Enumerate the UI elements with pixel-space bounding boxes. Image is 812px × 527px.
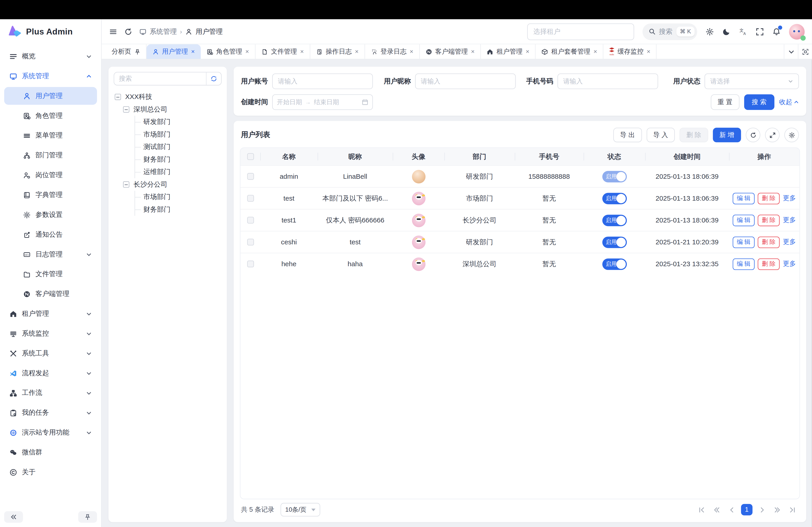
- tree-node-leaf[interactable]: 财务部门: [135, 153, 221, 166]
- expand-table-button[interactable]: [765, 127, 780, 142]
- prev-page-button[interactable]: [726, 504, 737, 515]
- tab-cache-monitor[interactable]: redis 缓存监控 ×: [603, 44, 656, 59]
- tab-operation-log[interactable]: 操作日志 ×: [310, 44, 365, 59]
- sidebar-item-process-start[interactable]: 流程发起: [4, 364, 97, 382]
- collapse-node-icon[interactable]: [123, 181, 129, 188]
- add-button[interactable]: 新 增: [712, 127, 741, 142]
- sidebar-item-param-settings[interactable]: 参数设置: [4, 206, 97, 224]
- delete-row-button[interactable]: 删 除: [758, 214, 780, 226]
- close-tab-icon[interactable]: ×: [410, 48, 413, 55]
- sidebar-item-tenant-mgmt[interactable]: 租户管理: [4, 305, 97, 323]
- sidebar-item-post-mgmt[interactable]: 岗位管理: [4, 166, 97, 184]
- status-toggle[interactable]: 启用: [602, 193, 627, 204]
- sidebar-item-workflow[interactable]: 工作流: [4, 384, 97, 402]
- sidebar-item-log-mgmt[interactable]: DEV 日志管理: [4, 245, 97, 263]
- translate-icon[interactable]: 文A: [739, 27, 747, 35]
- row-checkbox[interactable]: [247, 260, 254, 267]
- account-input[interactable]: 请输入: [272, 74, 373, 89]
- pin-icon[interactable]: [134, 49, 140, 54]
- tree-node-root[interactable]: XXX科技: [115, 91, 221, 103]
- more-link[interactable]: 更多: [783, 194, 796, 202]
- content-fullscreen-button[interactable]: [798, 44, 812, 59]
- close-tab-icon[interactable]: ×: [593, 48, 597, 55]
- sidebar-item-file-mgmt[interactable]: 文件管理: [4, 265, 97, 283]
- current-page[interactable]: 1: [741, 504, 752, 515]
- delete-row-button[interactable]: 删 除: [758, 193, 780, 204]
- tree-node-leaf[interactable]: 市场部门: [135, 128, 221, 141]
- sidebar-item-menu-mgmt[interactable]: 菜单管理: [4, 127, 97, 145]
- delete-row-button[interactable]: 删 除: [758, 258, 780, 270]
- sidebar-item-wechat-group[interactable]: 微信群: [4, 443, 97, 462]
- close-tab-icon[interactable]: ×: [526, 48, 530, 55]
- tab-file-mgmt[interactable]: 文件管理 ×: [255, 44, 310, 59]
- close-tab-icon[interactable]: ×: [647, 48, 650, 55]
- dark-mode-moon-icon[interactable]: [722, 27, 730, 35]
- more-link[interactable]: 更多: [783, 216, 796, 225]
- sidebar-item-user-mgmt[interactable]: 用户管理: [4, 87, 97, 105]
- tree-node-leaf[interactable]: 运维部门: [135, 166, 221, 178]
- status-toggle[interactable]: 启用: [602, 171, 627, 182]
- row-checkbox[interactable]: [247, 239, 254, 245]
- tab-login-log[interactable]: 登录日志 ×: [365, 44, 420, 59]
- export-button[interactable]: 导 出: [613, 127, 642, 142]
- sidebar-item-client-mgmt[interactable]: 客户端管理: [4, 285, 97, 303]
- pin-sidebar-button[interactable]: [78, 511, 97, 523]
- tab-user-mgmt[interactable]: 用户管理 ×: [146, 44, 201, 59]
- sidebar-item-role-mgmt[interactable]: 角色管理: [4, 107, 97, 125]
- status-select[interactable]: 请选择: [705, 74, 799, 89]
- tab-analytics[interactable]: 分析页: [106, 44, 146, 59]
- first-page-button[interactable]: [696, 504, 707, 515]
- last-page-button[interactable]: [786, 504, 798, 515]
- tree-search-input[interactable]: 搜索: [114, 74, 206, 83]
- status-toggle[interactable]: 启用: [602, 258, 627, 270]
- tab-tenant-package-mgmt[interactable]: 租户套餐管理 ×: [536, 44, 604, 59]
- sidebar-item-notice[interactable]: 通知公告: [4, 226, 97, 243]
- close-tab-icon[interactable]: ×: [191, 48, 195, 55]
- sidebar-item-system-tools[interactable]: 系统工具: [4, 344, 97, 362]
- edit-button[interactable]: 编 辑: [733, 193, 755, 204]
- tab-tenant-mgmt[interactable]: 租户管理 ×: [481, 44, 536, 59]
- phone-input[interactable]: 请输入: [557, 74, 658, 89]
- next-group-button[interactable]: [771, 504, 783, 515]
- delete-button[interactable]: 删 除: [680, 127, 708, 142]
- tabs-dropdown-button[interactable]: [784, 44, 798, 59]
- tree-node-leaf[interactable]: 财务部门: [135, 203, 221, 216]
- sidebar-item-dict-mgmt[interactable]: 字典管理: [4, 186, 97, 204]
- global-search-button[interactable]: 搜索 ⌘ K: [642, 23, 697, 40]
- table-settings-button[interactable]: [784, 127, 799, 142]
- tree-node-leaf[interactable]: 测试部门: [135, 141, 221, 153]
- close-tab-icon[interactable]: ×: [300, 48, 304, 55]
- collapse-sidebar-button[interactable]: [4, 511, 23, 523]
- more-link[interactable]: 更多: [783, 259, 796, 268]
- row-checkbox[interactable]: [247, 195, 254, 202]
- collapse-filters-link[interactable]: 收起: [779, 98, 799, 107]
- user-avatar[interactable]: [789, 24, 804, 39]
- collapse-node-icon[interactable]: [115, 94, 121, 100]
- sidebar-item-system-monitor[interactable]: 系统监控: [4, 325, 97, 342]
- hamburger-menu-icon[interactable]: [109, 27, 117, 35]
- select-all-checkbox[interactable]: [247, 153, 254, 160]
- status-toggle[interactable]: 启用: [602, 236, 627, 248]
- tenant-select-input[interactable]: 选择租户: [527, 23, 634, 40]
- tree-refresh-icon[interactable]: [207, 76, 221, 82]
- refresh-table-button[interactable]: [746, 127, 760, 142]
- more-link[interactable]: 更多: [783, 238, 796, 246]
- close-tab-icon[interactable]: ×: [245, 48, 249, 55]
- sidebar-item-about[interactable]: 关于: [4, 463, 97, 481]
- sidebar-item-overview[interactable]: 概览: [4, 47, 97, 65]
- row-checkbox[interactable]: [247, 217, 254, 224]
- next-page-button[interactable]: [756, 504, 768, 515]
- tree-node-leaf[interactable]: 研发部门: [135, 116, 221, 128]
- tree-node-branch[interactable]: 长沙分公司: [123, 178, 221, 191]
- reset-button[interactable]: 重 置: [711, 94, 739, 110]
- tree-node-branch[interactable]: 深圳总公司: [123, 103, 221, 116]
- tab-role-mgmt[interactable]: 角色管理 ×: [201, 44, 255, 59]
- fullscreen-icon[interactable]: [756, 27, 764, 35]
- tab-client-mgmt[interactable]: 客户端管理 ×: [420, 44, 481, 59]
- notifications-bell-icon[interactable]: [772, 27, 781, 35]
- breadcrumb-section[interactable]: 系统管理: [150, 27, 177, 36]
- edit-button[interactable]: 编 辑: [733, 236, 755, 248]
- nickname-input[interactable]: 请输入: [415, 74, 516, 89]
- reload-icon[interactable]: [124, 27, 132, 35]
- row-checkbox[interactable]: [247, 173, 254, 180]
